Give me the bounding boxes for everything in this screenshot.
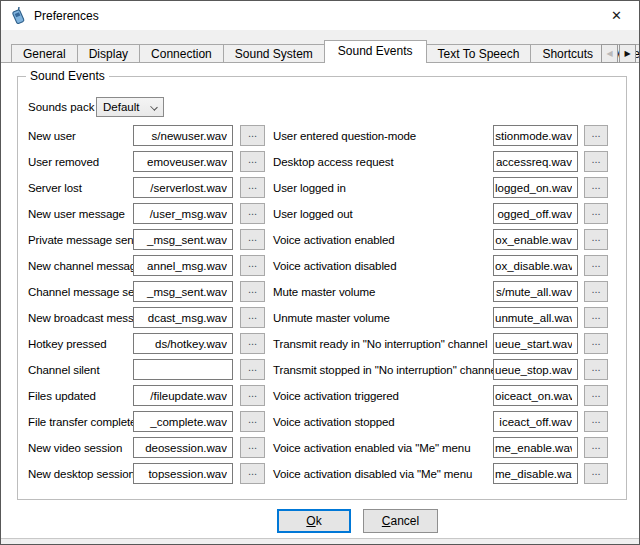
app-icon: [9, 7, 27, 25]
close-icon: ✕: [611, 8, 622, 23]
dialog-buttons: Ok Cancel: [1, 509, 639, 533]
tab-sound-events[interactable]: Sound Events: [324, 40, 427, 63]
sound-file-input-channel-message-sent[interactable]: [133, 281, 233, 302]
event-label-new-desktop-session: New desktop session: [28, 468, 133, 480]
sound-file-input-mute-master-volume[interactable]: [493, 281, 578, 302]
groupbox-title: Sound Events: [26, 69, 109, 83]
event-label-user-removed: User removed: [28, 156, 133, 168]
sound-file-input-new-broadcast-message[interactable]: [133, 307, 233, 328]
close-button[interactable]: ✕: [594, 1, 639, 30]
event-label-new-broadcast-message: New broadcast message: [28, 312, 133, 324]
browse-button-channel-silent[interactable]: ...: [240, 359, 265, 380]
browse-button-hotkey-pressed[interactable]: ...: [240, 333, 265, 354]
sounds-pack-value: Default: [103, 101, 139, 113]
event-label-file-transfer-complete: File transfer complete: [28, 416, 133, 428]
event-label-private-message-sent: Private message sent: [28, 234, 133, 246]
browse-button-new-user[interactable]: ...: [240, 125, 265, 146]
browse-button-user-entered-question-mode[interactable]: ...: [584, 125, 608, 146]
sound-file-input-private-message-sent[interactable]: [133, 229, 233, 250]
sound-event-row: Hotkey pressed...Transmit ready in "No i…: [28, 333, 608, 354]
event-label-voice-activation-stopped: Voice activation stopped: [273, 416, 493, 428]
sound-file-input-voice-activation-enabled[interactable]: [493, 229, 578, 250]
sound-file-input-new-desktop-session[interactable]: [133, 463, 233, 484]
event-label-new-user: New user: [28, 130, 133, 142]
sound-file-input-channel-silent[interactable]: [133, 359, 233, 380]
browse-button-new-user-message[interactable]: ...: [240, 203, 265, 224]
sound-file-input-user-logged-out[interactable]: [493, 203, 578, 224]
sound-file-input-voice-activation-stopped[interactable]: [493, 411, 578, 432]
event-label-mute-master-volume: Mute master volume: [273, 286, 493, 298]
sound-file-input-user-logged-in[interactable]: [493, 177, 578, 198]
sound-file-input-desktop-access-request[interactable]: [493, 151, 578, 172]
sound-file-input-files-updated[interactable]: [133, 385, 233, 406]
browse-button-transmit-stopped-in-no-interruption-channel[interactable]: ...: [584, 359, 608, 380]
sound-file-input-hotkey-pressed[interactable]: [133, 333, 233, 354]
browse-button-desktop-access-request[interactable]: ...: [584, 151, 608, 172]
preferences-dialog: Preferences ✕ GeneralDisplayConnectionSo…: [0, 0, 640, 545]
browse-button-new-channel-message[interactable]: ...: [240, 255, 265, 276]
sound-file-input-server-lost[interactable]: [133, 177, 233, 198]
tab-general[interactable]: General: [11, 44, 78, 63]
arrow-right-icon: ▶: [624, 49, 630, 58]
tab-text-to-speech[interactable]: Text To Speech: [426, 44, 532, 63]
event-label-user-logged-in: User logged in: [273, 182, 493, 194]
browse-button-new-desktop-session[interactable]: ...: [240, 463, 265, 484]
sound-file-input-transmit-stopped-in-no-interruption-channel[interactable]: [493, 359, 578, 380]
sound-file-input-voice-activation-disabled-via-me-menu[interactable]: [493, 463, 578, 484]
event-label-server-lost: Server lost: [28, 182, 133, 194]
sound-file-input-new-video-session[interactable]: [133, 437, 233, 458]
tab-scroll-left-button[interactable]: ◀: [601, 44, 618, 63]
sound-event-row: User removed...Desktop access request...: [28, 151, 608, 172]
browse-button-voice-activation-enabled[interactable]: ...: [584, 229, 608, 250]
browse-button-unmute-master-volume[interactable]: ...: [584, 307, 608, 328]
sound-file-input-new-user[interactable]: [133, 125, 233, 146]
sound-file-input-user-entered-question-mode[interactable]: [493, 125, 578, 146]
tab-scroll-right-button[interactable]: ▶: [619, 44, 636, 63]
browse-button-voice-activation-triggered[interactable]: ...: [584, 385, 608, 406]
tab-display[interactable]: Display: [77, 44, 140, 63]
sound-event-row: New video session...Voice activation ena…: [28, 437, 608, 458]
sound-events-groupbox: Sound Events Sounds pack Default New use…: [17, 76, 627, 500]
browse-button-user-removed[interactable]: ...: [240, 151, 265, 172]
sound-file-input-transmit-ready-in-no-interruption-channel[interactable]: [493, 333, 578, 354]
ok-button[interactable]: Ok: [277, 509, 351, 533]
sound-event-row: New desktop session...Voice activation d…: [28, 463, 608, 484]
sound-file-input-new-user-message[interactable]: [133, 203, 233, 224]
event-label-new-video-session: New video session: [28, 442, 133, 454]
browse-button-voice-activation-disabled-via-me-menu[interactable]: ...: [584, 463, 608, 484]
browse-button-transmit-ready-in-no-interruption-channel[interactable]: ...: [584, 333, 608, 354]
browse-button-voice-activation-enabled-via-me-menu[interactable]: ...: [584, 437, 608, 458]
sound-file-input-voice-activation-disabled[interactable]: [493, 255, 578, 276]
browse-button-files-updated[interactable]: ...: [240, 385, 265, 406]
window-bottom-edge: [1, 538, 639, 544]
sound-file-input-voice-activation-enabled-via-me-menu[interactable]: [493, 437, 578, 458]
browse-button-user-logged-out[interactable]: ...: [584, 203, 608, 224]
event-label-files-updated: Files updated: [28, 390, 133, 402]
browse-button-mute-master-volume[interactable]: ...: [584, 281, 608, 302]
window-title: Preferences: [34, 9, 99, 23]
event-label-transmit-ready-in-no-interruption-channel: Transmit ready in "No interruption" chan…: [273, 338, 493, 350]
sound-file-input-voice-activation-triggered[interactable]: [493, 385, 578, 406]
sound-event-row: New broadcast message...Unmute master vo…: [28, 307, 608, 328]
browse-button-voice-activation-disabled[interactable]: ...: [584, 255, 608, 276]
tab-shortcuts[interactable]: Shortcuts: [530, 44, 605, 63]
cancel-button[interactable]: Cancel: [363, 509, 438, 533]
browse-button-voice-activation-stopped[interactable]: ...: [584, 411, 608, 432]
tab-sound-system[interactable]: Sound System: [223, 44, 325, 63]
sound-file-input-unmute-master-volume[interactable]: [493, 307, 578, 328]
browse-button-file-transfer-complete[interactable]: ...: [240, 411, 265, 432]
sound-event-row: New user...User entered question-mode...: [28, 125, 608, 146]
browse-button-new-broadcast-message[interactable]: ...: [240, 307, 265, 328]
browse-button-new-video-session[interactable]: ...: [240, 437, 265, 458]
sound-file-input-new-channel-message[interactable]: [133, 255, 233, 276]
sounds-pack-select[interactable]: Default: [96, 97, 164, 117]
browse-button-user-logged-in[interactable]: ...: [584, 177, 608, 198]
browse-button-channel-message-sent[interactable]: ...: [240, 281, 265, 302]
browse-button-server-lost[interactable]: ...: [240, 177, 265, 198]
sound-file-input-user-removed[interactable]: [133, 151, 233, 172]
sounds-pack-row: Sounds pack Default: [28, 97, 164, 117]
browse-button-private-message-sent[interactable]: ...: [240, 229, 265, 250]
sound-event-row: File transfer complete...Voice activatio…: [28, 411, 608, 432]
sound-file-input-file-transfer-complete[interactable]: [133, 411, 233, 432]
tab-connection[interactable]: Connection: [139, 44, 224, 63]
